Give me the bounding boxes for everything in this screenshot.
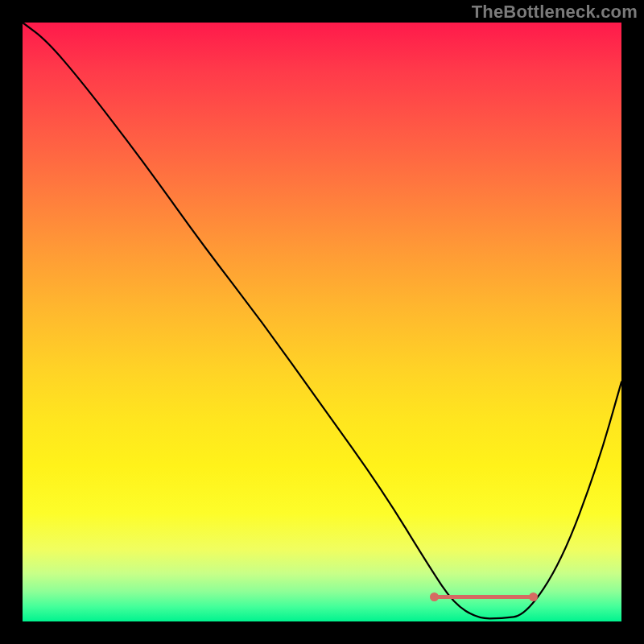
chart-frame: TheBottleneck.com xyxy=(0,0,644,644)
bottleneck-curve xyxy=(23,23,621,621)
plot-area xyxy=(23,23,621,621)
marker-dot xyxy=(529,592,538,601)
optimal-range-marker xyxy=(430,592,538,602)
marker-bar xyxy=(434,595,534,599)
watermark-text: TheBottleneck.com xyxy=(472,2,638,23)
